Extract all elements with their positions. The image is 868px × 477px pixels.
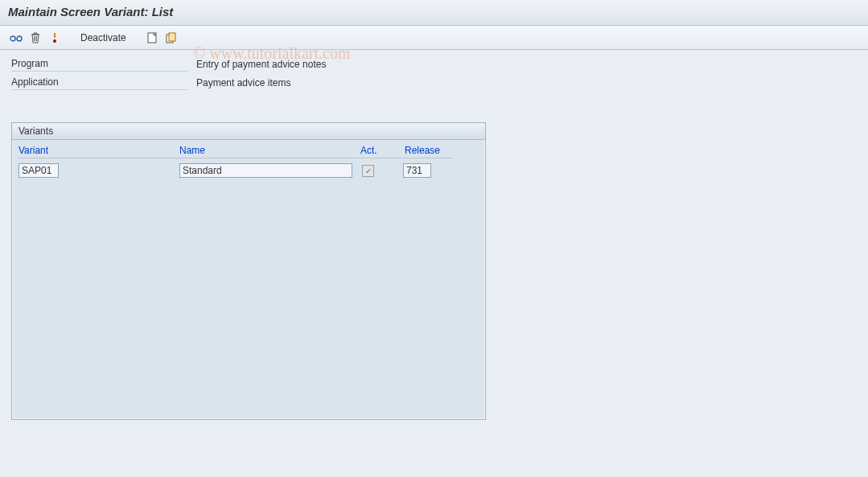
col-header-variant[interactable]: Variant bbox=[19, 145, 179, 158]
toolbar: Deactivate bbox=[0, 26, 868, 50]
application-label: Application bbox=[11, 76, 188, 90]
col-header-name[interactable]: Name bbox=[179, 145, 360, 158]
deactivate-button[interactable]: Deactivate bbox=[73, 30, 134, 46]
copy-icon[interactable] bbox=[163, 30, 179, 46]
application-value: Payment advice items bbox=[188, 77, 290, 90]
cell-act: ✓ bbox=[360, 165, 397, 177]
page-title: Maintain Screen Variant: List bbox=[0, 0, 868, 26]
title-text: Maintain Screen Variant: List bbox=[8, 5, 173, 19]
separator bbox=[138, 31, 139, 45]
activate-icon[interactable] bbox=[47, 30, 63, 46]
release-input[interactable] bbox=[403, 163, 431, 178]
cell-name bbox=[179, 163, 360, 178]
variants-panel-title: Variants bbox=[12, 123, 485, 140]
program-row: Program Entry of payment advice notes bbox=[11, 58, 857, 72]
variant-input[interactable] bbox=[19, 163, 59, 178]
content-area: Program Entry of payment advice notes Ap… bbox=[0, 50, 868, 428]
glasses-icon[interactable] bbox=[8, 30, 24, 46]
program-value: Entry of payment advice notes bbox=[188, 59, 326, 72]
deactivate-label: Deactivate bbox=[80, 32, 126, 43]
col-header-release[interactable]: Release bbox=[397, 145, 453, 158]
delete-icon[interactable] bbox=[27, 30, 43, 46]
variants-column-headers: Variant Name Act. Release bbox=[12, 140, 485, 162]
separator bbox=[68, 31, 68, 45]
col-header-act[interactable]: Act. bbox=[360, 145, 397, 158]
svg-point-3 bbox=[53, 39, 56, 43]
program-label: Program bbox=[11, 58, 188, 72]
svg-rect-2 bbox=[54, 33, 56, 38]
cell-release bbox=[397, 163, 453, 178]
variants-panel: Variants Variant Name Act. Release ✓ bbox=[11, 122, 486, 420]
svg-rect-6 bbox=[169, 33, 175, 41]
application-row: Application Payment advice items bbox=[11, 76, 857, 90]
active-checkbox[interactable]: ✓ bbox=[362, 165, 374, 177]
create-icon[interactable] bbox=[144, 30, 160, 46]
cell-variant bbox=[19, 163, 171, 178]
table-row: ✓ bbox=[12, 162, 485, 179]
name-input[interactable] bbox=[179, 163, 352, 178]
